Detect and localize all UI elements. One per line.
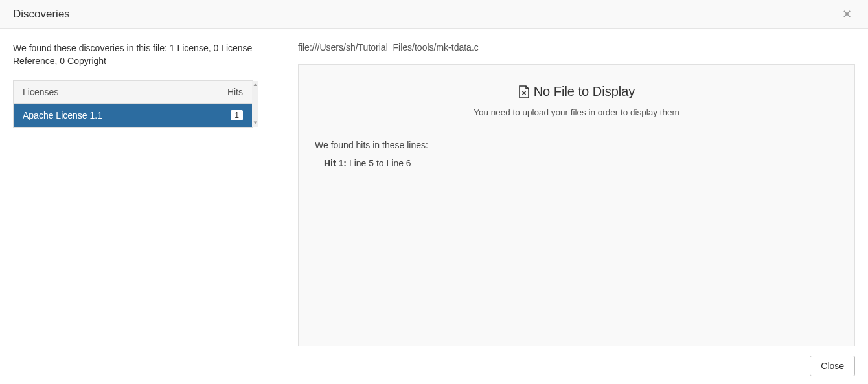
hit-lines: Line 5 to Line 6 (349, 158, 411, 168)
scroll-up-icon[interactable]: ▲ (253, 82, 258, 87)
table-row[interactable]: Apache License 1.1 1 (14, 104, 252, 127)
column-licenses: Licenses (23, 87, 217, 97)
hit-label: Hit 1: (324, 158, 347, 168)
file-path: file:///Users/sh/Tutorial_Files/tools/mk… (298, 42, 855, 52)
close-button[interactable]: Close (810, 356, 855, 376)
close-icon[interactable]: ✕ (839, 8, 855, 20)
licenses-table: Licenses Hits Apache License 1.1 1 ▲ ▼ (13, 80, 253, 128)
no-file-title: No File to Display (518, 84, 635, 99)
file-content-box: No File to Display You need to upload yo… (298, 64, 855, 346)
modal-footer: Close (0, 346, 868, 384)
no-file-subtitle: You need to upload your files in order t… (315, 107, 838, 117)
no-file-title-text: No File to Display (534, 84, 635, 99)
scroll-down-icon[interactable]: ▼ (253, 120, 258, 126)
hits-intro: We found hits in these lines: (315, 140, 838, 150)
scrollbar[interactable]: ▲ ▼ (252, 81, 258, 127)
file-error-icon (518, 85, 530, 98)
discoveries-summary: We found these discoveries in this file:… (13, 42, 253, 67)
table-header: Licenses Hits (14, 81, 252, 104)
left-panel: We found these discoveries in this file:… (13, 42, 253, 346)
modal-title: Discoveries (13, 8, 70, 21)
no-file-header: No File to Display You need to upload yo… (315, 84, 838, 117)
hit-count-badge: 1 (231, 110, 243, 120)
modal-header: Discoveries ✕ (0, 0, 868, 29)
modal-body: We found these discoveries in this file:… (0, 29, 868, 346)
license-name: Apache License 1.1 (23, 110, 231, 120)
hit-entry: Hit 1: Line 5 to Line 6 (315, 158, 838, 168)
right-panel: file:///Users/sh/Tutorial_Files/tools/mk… (298, 42, 855, 346)
column-hits: Hits (217, 87, 243, 97)
